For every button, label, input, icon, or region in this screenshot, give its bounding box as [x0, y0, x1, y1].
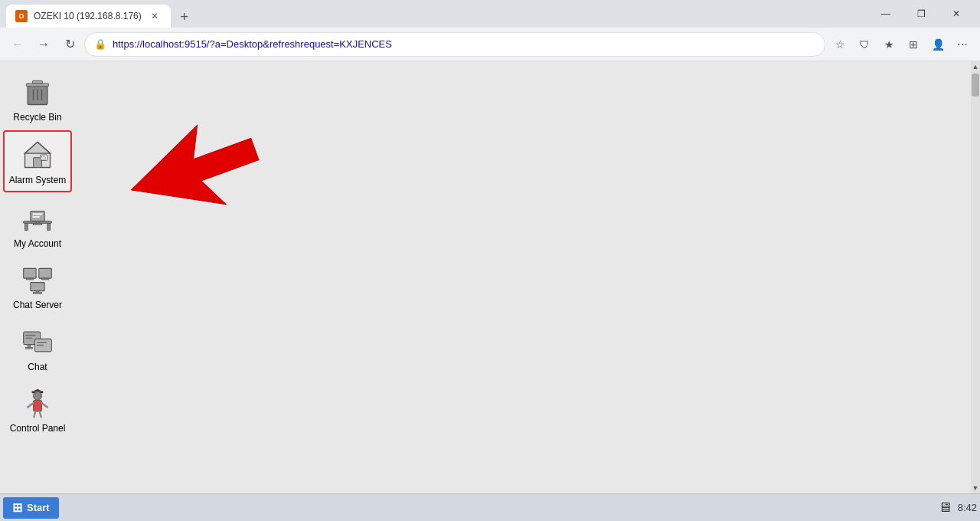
desktop-icons-column: Recycle Bin ))) Alarm Syste — [0, 61, 77, 493]
forward-button[interactable]: → — [32, 33, 55, 56]
toolbar-right-buttons: ☆ 🛡 ★ ⊞ 👤 ⋯ — [828, 33, 974, 56]
taskbar: ⊞ Start 🖥 8:42 — [0, 493, 980, 521]
svg-rect-25 — [34, 293, 42, 294]
control-panel-image — [19, 385, 56, 421]
minimize-button[interactable]: — — [868, 0, 903, 28]
svg-rect-22 — [42, 278, 49, 280]
url-text: https://localhost:9515/?a=Desktop&refres… — [113, 38, 815, 50]
chat-icon[interactable]: Chat — [3, 319, 72, 377]
svg-marker-42 — [118, 123, 268, 233]
lock-icon: 🔒 — [94, 38, 106, 50]
collections-icon[interactable]: ⊞ — [902, 33, 925, 56]
svg-marker-35 — [34, 389, 42, 392]
svg-marker-7 — [25, 143, 51, 154]
alarm-system-label: Alarm System — [9, 175, 67, 185]
new-tab-button[interactable]: + — [174, 6, 195, 28]
red-arrow-indicator — [115, 123, 268, 248]
start-icon: ⊞ — [12, 500, 22, 515]
svg-rect-23 — [31, 283, 44, 291]
svg-rect-30 — [37, 342, 47, 343]
scroll-up-arrow[interactable]: ▲ — [971, 61, 980, 72]
chat-server-image — [19, 261, 56, 298]
recycle-bin-icon[interactable]: Recycle Bin — [3, 69, 72, 127]
chat-label: Chat — [28, 362, 47, 372]
chat-server-icon[interactable]: Chat Server — [3, 257, 72, 315]
maximize-button[interactable]: ❐ — [903, 0, 939, 28]
address-bar[interactable]: 🔒 https://localhost:9515/?a=Desktop&refr… — [84, 32, 825, 57]
browser-toolbar: ← → ↻ 🔒 https://localhost:9515/?a=Deskto… — [0, 28, 980, 61]
svg-point-36 — [34, 392, 42, 400]
svg-rect-16 — [34, 223, 42, 224]
svg-text:))): ))) — [41, 156, 46, 162]
svg-line-39 — [42, 403, 47, 408]
svg-rect-20 — [26, 278, 33, 280]
refresh-button[interactable]: ↻ — [58, 33, 81, 56]
svg-rect-29 — [25, 337, 32, 339]
svg-rect-2 — [33, 80, 43, 84]
control-panel-icon[interactable]: Control Panel — [3, 380, 72, 438]
alarm-system-image: ))) — [19, 136, 56, 173]
back-button[interactable]: ← — [6, 33, 29, 56]
active-tab[interactable]: O OZEKI 10 (192.168.8.176) ✕ — [6, 5, 171, 28]
start-label: Start — [27, 502, 50, 513]
shield-icon[interactable]: 🛡 — [853, 33, 876, 56]
svg-rect-12 — [25, 223, 28, 230]
bookmarks-icon[interactable]: ★ — [877, 33, 900, 56]
tab-title: OZEKI 10 (192.168.8.176) — [34, 11, 142, 21]
browser-frame: O OZEKI 10 (192.168.8.176) ✕ + — ❐ ✕ ← →… — [0, 0, 980, 521]
start-button[interactable]: ⊞ Start — [3, 497, 59, 519]
close-button[interactable]: ✕ — [939, 0, 974, 28]
tab-close-button[interactable]: ✕ — [148, 9, 162, 23]
bookmark-star-icon[interactable]: ☆ — [828, 33, 851, 56]
desktop-scrollbar[interactable]: ▲ ▼ — [971, 61, 980, 493]
menu-icon[interactable]: ⋯ — [951, 33, 974, 56]
recycle-bin-image — [19, 74, 56, 110]
taskbar-right: 🖥 8:42 — [938, 500, 977, 516]
svg-rect-28 — [25, 334, 35, 336]
svg-rect-33 — [25, 347, 32, 349]
svg-rect-13 — [47, 223, 51, 230]
svg-rect-19 — [24, 269, 36, 279]
scroll-down-arrow[interactable]: ▼ — [971, 483, 980, 493]
window-controls: — ❐ ✕ — [868, 0, 974, 28]
recycle-bin-label: Recycle Bin — [13, 112, 61, 123]
tab-bar: O OZEKI 10 (192.168.8.176) ✕ + — ❐ ✕ — [0, 0, 980, 28]
profile-icon[interactable]: 👤 — [926, 33, 949, 56]
control-panel-label: Control Panel — [10, 423, 66, 434]
chat-server-label: Chat Server — [13, 300, 62, 310]
chat-image — [19, 323, 56, 360]
svg-rect-37 — [34, 400, 42, 411]
svg-rect-31 — [37, 344, 44, 346]
svg-rect-32 — [28, 344, 31, 347]
scrollbar-thumb[interactable] — [972, 74, 979, 97]
my-account-label: My Account — [14, 238, 61, 249]
desktop-area: Recycle Bin ))) Alarm Syste — [0, 61, 980, 493]
svg-rect-18 — [33, 216, 40, 218]
svg-line-38 — [28, 403, 33, 408]
my-account-image — [19, 200, 56, 237]
svg-rect-21 — [39, 269, 51, 279]
svg-line-41 — [40, 411, 41, 417]
svg-rect-17 — [33, 213, 43, 215]
svg-rect-1 — [26, 84, 48, 87]
taskbar-monitor-icon[interactable]: 🖥 — [938, 500, 952, 516]
taskbar-clock: 8:42 — [958, 502, 977, 513]
tab-favicon: O — [15, 10, 28, 22]
alarm-system-icon[interactable]: ))) Alarm System — [3, 130, 72, 192]
my-account-icon[interactable]: My Account — [3, 195, 72, 254]
svg-line-40 — [34, 411, 35, 417]
